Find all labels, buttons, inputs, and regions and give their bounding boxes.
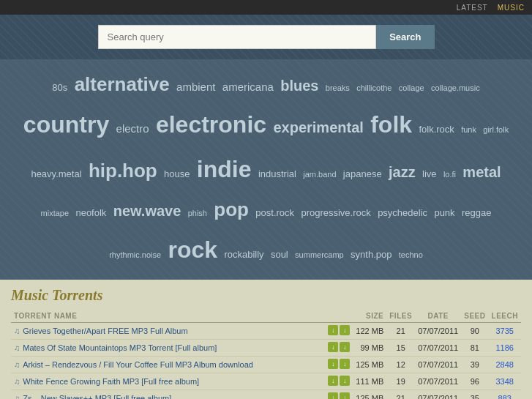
download-icon[interactable] bbox=[340, 359, 350, 369]
tag-synth-pop[interactable]: synth.pop bbox=[351, 249, 391, 260]
tag-soul[interactable]: soul bbox=[271, 249, 288, 260]
col-header-dl bbox=[325, 310, 353, 323]
tag-summercamp[interactable]: summercamp bbox=[295, 250, 344, 259]
tag-psychedelic[interactable]: psychedelic bbox=[378, 207, 427, 218]
torrent-leech: 1186 bbox=[489, 340, 522, 357]
tag-funk[interactable]: funk bbox=[461, 125, 476, 134]
magnet-icon[interactable] bbox=[328, 359, 338, 369]
tag-live[interactable]: live bbox=[422, 168, 437, 179]
torrent-seed: 35 bbox=[461, 390, 488, 399]
download-icons-cell bbox=[325, 357, 353, 373]
table-header-row: TORRENT NAME SIZE FILES DATE SEED LEECH bbox=[11, 310, 521, 323]
torrent-seed: 96 bbox=[461, 373, 488, 390]
download-icon[interactable] bbox=[340, 376, 350, 386]
main-content: Music Torrents TORRENT NAME SIZE FILES D… bbox=[0, 280, 532, 399]
table-row: ♫White Fence Growing Faith MP3 [Full fre… bbox=[11, 373, 521, 390]
search-button[interactable]: Search bbox=[376, 25, 434, 49]
torrent-name-cell: ♫Zs – New Slaves++ MP3 [Full free album] bbox=[11, 390, 325, 399]
tag-neofolk[interactable]: neofolk bbox=[75, 207, 106, 218]
tag-ambient[interactable]: ambient bbox=[176, 81, 215, 93]
col-header-files: FILES bbox=[386, 310, 415, 323]
tag-phish[interactable]: phish bbox=[188, 209, 207, 217]
col-header-date: DATE bbox=[415, 310, 461, 323]
tag-metal[interactable]: metal bbox=[462, 164, 501, 180]
torrent-link[interactable]: Mates Of State Mountaintops MP3 Torrent … bbox=[23, 343, 217, 352]
tag-rockabilly[interactable]: rockabilly bbox=[224, 249, 263, 260]
torrent-files: 19 bbox=[386, 373, 415, 390]
tag-japanese[interactable]: japanese bbox=[343, 168, 382, 179]
col-header-leech: LEECH bbox=[489, 310, 522, 323]
tag-jam-band[interactable]: jam.band bbox=[303, 170, 336, 179]
tag-rock[interactable]: rock bbox=[168, 236, 217, 263]
music-nav-link[interactable]: MUSIC bbox=[498, 4, 525, 12]
torrent-date: 07/07/2011 bbox=[415, 323, 461, 340]
tag-cloud: 80s alternative ambient americana blues … bbox=[0, 59, 532, 280]
torrent-link[interactable]: Zs – New Slaves++ MP3 [Full free album] bbox=[23, 394, 171, 399]
download-icons-cell bbox=[325, 340, 353, 357]
torrent-files: 15 bbox=[386, 340, 415, 357]
download-icon[interactable] bbox=[340, 325, 350, 335]
torrent-link[interactable]: Arkist – Rendezvous / Fill Your Coffee F… bbox=[23, 360, 253, 369]
magnet-icon[interactable] bbox=[328, 342, 338, 352]
search-input[interactable] bbox=[98, 25, 377, 49]
download-icons[interactable] bbox=[328, 392, 350, 399]
tag-folk[interactable]: folk bbox=[370, 111, 412, 138]
torrent-leech: 3735 bbox=[489, 323, 522, 340]
download-icons[interactable] bbox=[328, 342, 350, 352]
tag-americana[interactable]: americana bbox=[222, 81, 274, 93]
top-navigation: LATEST MUSIC bbox=[0, 0, 532, 15]
download-icon[interactable] bbox=[340, 342, 350, 352]
download-icons[interactable] bbox=[328, 325, 350, 335]
music-note-icon: ♫ bbox=[14, 377, 20, 386]
torrent-seed: 81 bbox=[461, 340, 488, 357]
tag-girl-folk[interactable]: girl.folk bbox=[483, 125, 509, 134]
tag-lo-fi[interactable]: lo.fi bbox=[443, 170, 456, 179]
download-icons[interactable] bbox=[328, 359, 350, 369]
torrent-date: 07/07/2011 bbox=[415, 373, 461, 390]
tag-experimental[interactable]: experimental bbox=[273, 119, 363, 135]
download-icons[interactable] bbox=[328, 376, 350, 386]
tag-house[interactable]: house bbox=[164, 168, 190, 179]
torrent-name-cell: ♫Arkist – Rendezvous / Fill Your Coffee … bbox=[11, 357, 325, 373]
table-row: ♫Zs – New Slaves++ MP3 [Full free album]… bbox=[11, 390, 521, 399]
tag-progressive-rock[interactable]: progressive.rock bbox=[301, 207, 370, 218]
tag-collage[interactable]: collage bbox=[399, 83, 424, 92]
torrent-name-cell: ♫Grieves Together/Apart FREE MP3 Full Al… bbox=[11, 323, 325, 340]
tag-collage-music[interactable]: collage.music bbox=[431, 83, 480, 92]
torrent-files: 21 bbox=[386, 390, 415, 399]
col-header-size: SIZE bbox=[353, 310, 386, 323]
tag-pop[interactable]: pop bbox=[214, 198, 249, 220]
torrent-link[interactable]: Grieves Together/Apart FREE MP3 Full Alb… bbox=[23, 327, 187, 335]
tag-reggae[interactable]: reggae bbox=[462, 207, 491, 218]
tag-new-wave[interactable]: new.wave bbox=[113, 203, 181, 219]
tag-electronic[interactable]: electronic bbox=[156, 111, 266, 138]
tag-industrial[interactable]: industrial bbox=[258, 168, 296, 179]
tag-heavy-metal[interactable]: heavy.metal bbox=[31, 168, 81, 179]
tag-chillicothe[interactable]: chillicothe bbox=[356, 83, 391, 92]
col-header-name: TORRENT NAME bbox=[11, 310, 325, 323]
tag-jazz[interactable]: jazz bbox=[389, 164, 416, 180]
magnet-icon[interactable] bbox=[328, 376, 338, 386]
tag-punk[interactable]: punk bbox=[434, 207, 454, 218]
latest-nav-link[interactable]: LATEST bbox=[457, 4, 488, 12]
tag-hip-hop[interactable]: hip.hop bbox=[89, 160, 157, 182]
tag-breaks[interactable]: breaks bbox=[326, 83, 350, 92]
magnet-icon[interactable] bbox=[328, 325, 338, 335]
music-note-icon: ♫ bbox=[14, 327, 20, 335]
tag-rhythmic-noise[interactable]: rhythmic.noise bbox=[109, 250, 161, 259]
tag-mixtape[interactable]: mixtape bbox=[41, 209, 70, 217]
torrent-date: 07/07/2011 bbox=[415, 390, 461, 399]
tag-folk-rock[interactable]: folk.rock bbox=[419, 124, 454, 135]
tag-80s[interactable]: 80s bbox=[52, 82, 67, 93]
torrent-link[interactable]: White Fence Growing Faith MP3 [Full free… bbox=[23, 377, 199, 386]
tag-indie[interactable]: indie bbox=[197, 156, 252, 182]
tag-electro[interactable]: electro bbox=[116, 122, 149, 135]
tag-country[interactable]: country bbox=[23, 111, 109, 138]
magnet-icon[interactable] bbox=[328, 392, 338, 399]
tag-alternative[interactable]: alternative bbox=[75, 73, 170, 95]
download-icon[interactable] bbox=[340, 392, 350, 399]
tag-post-rock[interactable]: post.rock bbox=[255, 207, 294, 218]
torrent-leech: 883 bbox=[489, 390, 522, 399]
tag-techno[interactable]: techno bbox=[399, 250, 423, 259]
tag-blues[interactable]: blues bbox=[280, 78, 318, 94]
